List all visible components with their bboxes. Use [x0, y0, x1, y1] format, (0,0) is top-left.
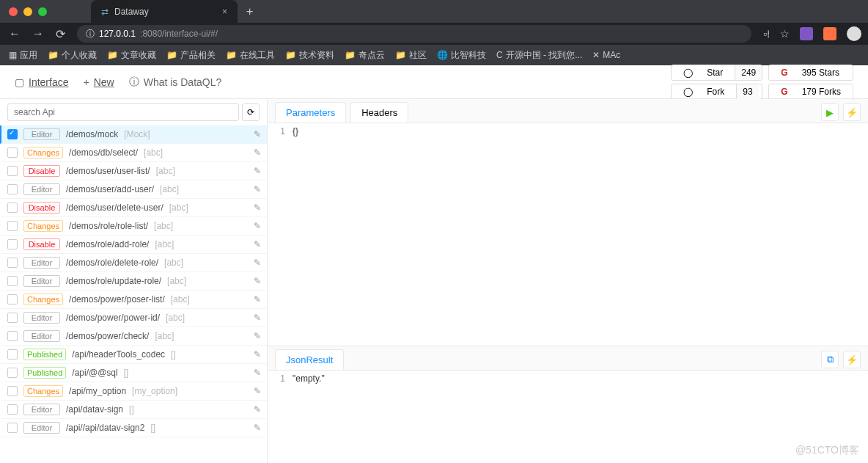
gitee-fork-badge[interactable]: G179 Forks — [768, 84, 853, 100]
bookmark-item[interactable]: 📁文章收藏 — [107, 49, 156, 62]
edit-icon[interactable]: ✎ — [254, 184, 261, 194]
close-tab-icon[interactable]: × — [222, 7, 227, 17]
bookmark-item[interactable]: 🌐比智科技 — [437, 49, 486, 62]
tab-jsonresult[interactable]: JsonResult — [275, 349, 344, 370]
parameters-editor[interactable]: 1 {} — [268, 123, 868, 346]
checkbox[interactable] — [7, 147, 18, 158]
github-fork-badge[interactable]: ◯Fork 93 — [671, 84, 762, 100]
edit-icon[interactable]: ✎ — [254, 221, 261, 231]
refresh-button[interactable]: ⟳ — [242, 103, 260, 121]
checkbox[interactable] — [7, 404, 18, 415]
api-row[interactable]: Disable /demos/role/add-role/ [abc] ✎ — [0, 236, 267, 254]
checkbox[interactable] — [7, 129, 18, 139]
api-row[interactable]: Published /api/@@sql [] ✎ — [0, 364, 267, 382]
api-row[interactable]: Changes /demos/role/role-list/ [abc] ✎ — [0, 217, 267, 236]
bookmark-item[interactable]: 📁社区 — [395, 49, 427, 62]
checkbox[interactable] — [7, 368, 18, 378]
edit-icon[interactable]: ✎ — [254, 276, 261, 286]
api-row[interactable]: Editor /demos/power/check/ [abc] ✎ — [0, 327, 267, 346]
interface-link[interactable]: ▢ Interface — [15, 76, 68, 88]
result-editor[interactable]: 1 "empty." — [268, 370, 868, 463]
site-info-icon[interactable]: ⓘ — [86, 28, 95, 40]
api-row[interactable]: Disable /demos/user/delete-user/ [abc] ✎ — [0, 199, 267, 217]
api-row[interactable]: Published /api/headerTools_codec [] ✎ — [0, 346, 267, 364]
edit-icon[interactable]: ✎ — [254, 239, 261, 249]
edit-icon[interactable]: ✎ — [254, 404, 261, 415]
checkbox[interactable] — [7, 184, 18, 194]
run-button[interactable]: ▶ — [821, 103, 839, 121]
bookmark-item[interactable]: C开源中国 - 找到您... — [496, 49, 582, 62]
api-row[interactable]: Editor /demos/role/delete-role/ [abc] ✎ — [0, 254, 267, 272]
api-row[interactable]: Editor /demos/role/update-role/ [abc] ✎ — [0, 272, 267, 291]
bookmark-item[interactable]: 📁产品相关 — [166, 49, 216, 62]
api-row[interactable]: Changes /demos/db/select/ [abc] ✎ — [0, 144, 267, 162]
maximize-window-icon[interactable] — [38, 7, 47, 16]
checkbox[interactable] — [7, 423, 18, 433]
checkbox[interactable] — [7, 276, 18, 286]
checkbox[interactable] — [7, 313, 18, 323]
edit-icon[interactable]: ✎ — [254, 147, 261, 158]
edit-icon[interactable]: ✎ — [254, 294, 261, 305]
action-button[interactable]: ⚡ — [843, 103, 861, 121]
api-row[interactable]: Disable /demos/user/user-list/ [abc] ✎ — [0, 162, 267, 181]
edit-icon[interactable]: ✎ — [254, 129, 261, 139]
checkbox[interactable] — [7, 203, 18, 213]
api-row[interactable]: Editor /demos/mock [Mock] ✎ — [0, 125, 267, 144]
edit-icon[interactable]: ✎ — [254, 313, 261, 323]
close-window-icon[interactable] — [9, 7, 18, 16]
search-input[interactable] — [7, 103, 239, 121]
minimize-window-icon[interactable] — [23, 7, 32, 16]
github-star-badge[interactable]: ◯Star 249 — [671, 65, 762, 81]
api-row[interactable]: Editor /api//api/datav-sign2 [] ✎ — [0, 419, 267, 437]
bookmark-item[interactable]: 📁个人收藏 — [48, 49, 97, 62]
checkbox[interactable] — [7, 349, 18, 360]
code-content[interactable]: {} — [290, 123, 868, 346]
profile-avatar[interactable] — [847, 26, 861, 41]
edit-icon[interactable]: ✎ — [254, 386, 261, 396]
address-bar[interactable]: ⓘ 127.0.0.1:8080/interface-ui/#/ — [77, 25, 751, 43]
window-controls[interactable] — [9, 7, 47, 16]
edit-icon[interactable]: ✎ — [254, 166, 261, 176]
edit-icon[interactable]: ✎ — [254, 258, 261, 268]
whatis-link[interactable]: ⓘ What is DataQL? — [129, 76, 222, 89]
bookmark-star-icon[interactable]: ☆ — [780, 28, 790, 40]
tab-parameters[interactable]: Parameters — [275, 102, 346, 123]
edit-icon[interactable]: ✎ — [254, 349, 261, 360]
new-tab-button[interactable]: + — [246, 5, 253, 18]
bookmark-item[interactable]: ▦应用 — [9, 49, 37, 62]
translate-icon[interactable]: ▫⁞ — [763, 28, 770, 40]
gitee-star-badge[interactable]: G395 Stars — [768, 65, 853, 81]
tab-headers[interactable]: Headers — [350, 102, 408, 123]
checkbox[interactable] — [7, 331, 18, 341]
api-row[interactable]: Editor /api/datav-sign [] ✎ — [0, 401, 267, 419]
forward-button[interactable]: → — [32, 27, 44, 40]
extension-1-icon[interactable] — [800, 27, 813, 40]
checkbox[interactable] — [7, 239, 18, 249]
bookmark-item[interactable]: 📁奇点云 — [345, 49, 385, 62]
bookmark-item[interactable]: 📁在线工具 — [226, 49, 275, 62]
bookmark-item[interactable]: 📁技术资料 — [285, 49, 334, 62]
api-row[interactable]: Editor /demos/user/add-user/ [abc] ✎ — [0, 181, 267, 199]
checkbox[interactable] — [7, 294, 18, 305]
bookmark-item[interactable]: ✕MAc — [592, 50, 620, 60]
checkbox[interactable] — [7, 258, 18, 268]
api-row[interactable]: Editor /demos/power/power-id/ [abc] ✎ — [0, 309, 267, 327]
copy-button[interactable]: ⧉ — [821, 351, 839, 368]
code-content[interactable]: "empty." — [290, 371, 868, 463]
api-row[interactable]: Changes /api/my_option [my_option] ✎ — [0, 382, 267, 401]
edit-icon[interactable]: ✎ — [254, 423, 261, 433]
extension-2-icon[interactable] — [823, 27, 836, 40]
edit-icon[interactable]: ✎ — [254, 368, 261, 378]
reload-button[interactable]: ⟳ — [56, 27, 65, 41]
checkbox[interactable] — [7, 166, 18, 176]
api-row[interactable]: Changes /demos/power/poser-list/ [abc] ✎ — [0, 291, 267, 309]
checkbox[interactable] — [7, 386, 18, 396]
checkbox[interactable] — [7, 221, 18, 231]
folder-icon: 📁 — [166, 50, 177, 60]
browser-tab[interactable]: ⇄ Dataway × — [91, 0, 238, 23]
new-link[interactable]: + New — [83, 76, 114, 88]
back-button[interactable]: ← — [9, 27, 21, 40]
result-action-button[interactable]: ⚡ — [843, 351, 861, 368]
edit-icon[interactable]: ✎ — [254, 331, 261, 341]
edit-icon[interactable]: ✎ — [254, 203, 261, 213]
